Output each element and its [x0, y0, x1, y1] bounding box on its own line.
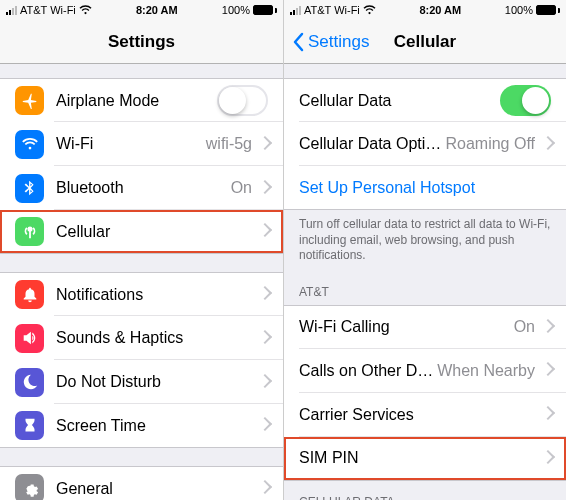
section-header-data: CELLULAR DATA — [284, 481, 566, 500]
back-label: Settings — [308, 32, 369, 52]
row-cellular[interactable]: Cellular — [0, 210, 283, 254]
wifi-icon — [79, 5, 92, 15]
row-label: Sounds & Haptics — [56, 329, 260, 347]
chevron-right-icon — [543, 321, 551, 334]
right-screenshot: AT&T Wi-Fi 8:20 AM 100% Settings Cellula… — [283, 0, 566, 500]
signal-bars-icon — [6, 6, 17, 15]
signal-bars-icon — [290, 6, 301, 15]
page-title: Cellular — [394, 32, 456, 52]
clock: 8:20 AM — [376, 4, 505, 16]
gear-icon — [15, 474, 44, 500]
row-wifi[interactable]: Wi-Fiwifi-5g — [0, 122, 283, 166]
row-label: Cellular Data Options — [299, 135, 445, 153]
wifi-icon — [15, 130, 44, 159]
row-do-not-disturb[interactable]: Do Not Disturb — [0, 360, 283, 404]
antenna-icon — [15, 217, 44, 246]
toggle[interactable] — [500, 85, 551, 116]
chevron-right-icon — [260, 288, 268, 301]
row-airplane-mode[interactable]: Airplane Mode — [0, 78, 283, 122]
bluetooth-icon — [15, 174, 44, 203]
row-personal-hotspot[interactable]: Set Up Personal Hotspot — [284, 166, 566, 210]
hourglass-icon — [15, 411, 44, 440]
row-label: Calls on Other Devices — [299, 362, 437, 380]
row-detail: wifi-5g — [206, 135, 252, 153]
row-label: Do Not Disturb — [56, 373, 260, 391]
cellular-list[interactable]: Cellular DataCellular Data OptionsRoamin… — [284, 64, 566, 500]
row-carrier-services[interactable]: Carrier Services — [284, 393, 566, 437]
row-label: Cellular — [56, 223, 260, 241]
row-label: Wi-Fi Calling — [299, 318, 514, 336]
left-screenshot: AT&T Wi-Fi 8:20 AM 100% Settings Airplan… — [0, 0, 283, 500]
status-bar: AT&T Wi-Fi 8:20 AM 100% — [0, 0, 283, 20]
moon-icon — [15, 368, 44, 397]
row-detail: Roaming Off — [445, 135, 535, 153]
chevron-right-icon — [260, 482, 268, 495]
nav-bar: Settings — [0, 20, 283, 64]
wifi-icon — [363, 5, 376, 15]
chevron-right-icon — [260, 138, 268, 151]
row-detail: When Nearby — [437, 362, 535, 380]
chevron-right-icon — [260, 182, 268, 195]
chevron-right-icon — [543, 138, 551, 151]
row-label: Wi-Fi — [56, 135, 206, 153]
chevron-right-icon — [260, 376, 268, 389]
row-label: SIM PIN — [299, 449, 543, 467]
row-label: Bluetooth — [56, 179, 231, 197]
toggle[interactable] — [217, 85, 268, 116]
clock: 8:20 AM — [92, 4, 222, 16]
airplane-icon — [15, 86, 44, 115]
row-screen-time[interactable]: Screen Time — [0, 404, 283, 448]
row-label: Carrier Services — [299, 406, 543, 424]
chevron-right-icon — [260, 419, 268, 432]
row-label: Screen Time — [56, 417, 260, 435]
carrier-label: AT&T Wi-Fi — [20, 4, 76, 16]
settings-list[interactable]: Airplane ModeWi-Fiwifi-5gBluetoothOnCell… — [0, 64, 283, 500]
section-footer: Turn off cellular data to restrict all d… — [284, 210, 566, 271]
row-label: Airplane Mode — [56, 92, 217, 110]
row-label: General — [56, 480, 260, 498]
chevron-right-icon — [543, 408, 551, 421]
row-general[interactable]: General — [0, 466, 283, 500]
row-label: Cellular Data — [299, 92, 500, 110]
chevron-right-icon — [260, 225, 268, 238]
row-sim-pin[interactable]: SIM PIN — [284, 437, 566, 481]
battery-pct: 100% — [505, 4, 533, 16]
nav-bar: Settings Cellular — [284, 20, 566, 64]
row-sounds-haptics[interactable]: Sounds & Haptics — [0, 316, 283, 360]
row-calls-other-devices[interactable]: Calls on Other DevicesWhen Nearby — [284, 349, 566, 393]
chevron-right-icon — [543, 452, 551, 465]
bell-icon — [15, 280, 44, 309]
back-button[interactable]: Settings — [292, 20, 369, 63]
speaker-icon — [15, 324, 44, 353]
row-label: Notifications — [56, 286, 260, 304]
section-header-carrier: AT&T — [284, 271, 566, 305]
page-title: Settings — [108, 32, 175, 52]
row-cellular-data-options[interactable]: Cellular Data OptionsRoaming Off — [284, 122, 566, 166]
chevron-right-icon — [260, 332, 268, 345]
status-bar: AT&T Wi-Fi 8:20 AM 100% — [284, 0, 566, 20]
battery-icon — [253, 5, 277, 15]
row-label: Set Up Personal Hotspot — [299, 179, 551, 197]
battery-pct: 100% — [222, 4, 250, 16]
chevron-left-icon — [292, 32, 304, 52]
row-cellular-data[interactable]: Cellular Data — [284, 78, 566, 122]
row-detail: On — [514, 318, 535, 336]
battery-icon — [536, 5, 560, 15]
row-notifications[interactable]: Notifications — [0, 272, 283, 316]
row-wifi-calling[interactable]: Wi-Fi CallingOn — [284, 305, 566, 349]
row-bluetooth[interactable]: BluetoothOn — [0, 166, 283, 210]
row-detail: On — [231, 179, 252, 197]
chevron-right-icon — [543, 364, 551, 377]
carrier-label: AT&T Wi-Fi — [304, 4, 360, 16]
